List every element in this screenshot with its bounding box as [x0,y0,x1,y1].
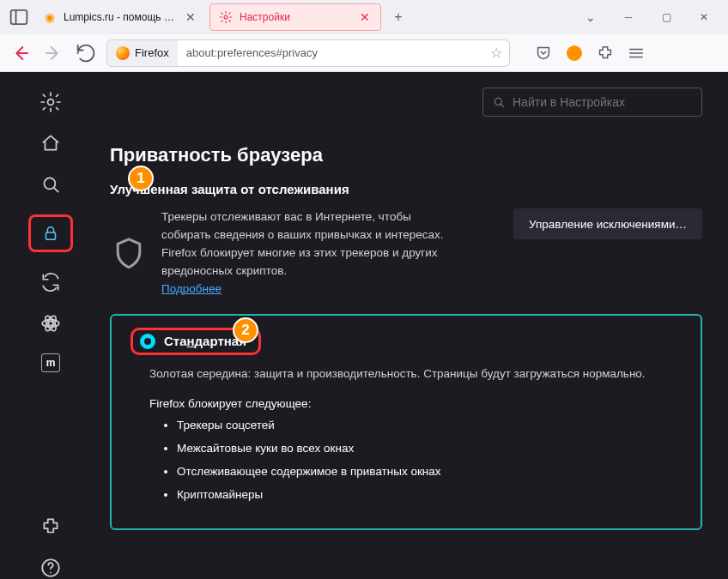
tab-title: Lumpics.ru - помощь с компь [64,11,177,23]
firefox-icon [116,46,130,60]
experiments-icon[interactable] [39,312,62,335]
tab-lumpics[interactable]: ◉ Lumpics.ru - помощь с компь ✕ [34,3,206,31]
svg-point-3 [48,100,54,106]
reload-button[interactable] [74,41,98,65]
gear-icon[interactable] [39,91,62,113]
forward-button[interactable] [41,41,65,65]
manage-exceptions-button[interactable]: Управление исключениями… [513,208,702,239]
bookmark-star-icon[interactable]: ☆ [490,45,502,61]
svg-point-6 [48,321,52,325]
blocks-list: Трекеры соцсетей Межсайтовые куки во все… [177,419,683,501]
url-bar[interactable]: Firefox about:preferences#privacy ☆ [106,39,510,67]
identity-label: Firefox [135,46,169,59]
maximize-button[interactable]: ▢ [649,3,683,31]
new-tab-button[interactable]: + [385,3,412,31]
mozilla-icon[interactable]: m [41,353,60,372]
menu-icon[interactable] [627,44,646,63]
close-icon[interactable]: ✕ [184,10,197,24]
toolbar: Firefox about:preferences#privacy ☆ [0,34,728,72]
section-title: Улучшенная защита от отслеживания [110,182,702,196]
gear-icon [219,10,233,24]
lock-icon[interactable] [28,214,73,252]
account-icon[interactable] [565,44,584,63]
settings-main-panel: 1 Приватность браузера Улучшенная защита… [101,72,728,579]
home-icon[interactable] [39,132,62,154]
protection-option-standard[interactable]: 2 Стандартная Золотая середина: защита и… [110,314,702,530]
settings-search[interactable] [482,87,702,117]
titlebar: ◉ Lumpics.ru - помощь с компь ✕ Настройк… [0,0,728,34]
sync-icon[interactable] [39,271,62,293]
help-icon[interactable] [39,557,62,579]
settings-search-input[interactable] [513,95,693,109]
list-item: Отслеживающее содержимое в приватных окн… [177,465,683,478]
list-item: Криптомайнеры [177,488,683,501]
identity-box[interactable]: Firefox [107,40,178,66]
radio-selected-icon[interactable] [140,334,155,349]
tabs-dropdown-icon[interactable]: ⌄ [573,3,608,31]
tracking-description: Трекеры отслеживают вас в Интернете, что… [161,208,453,299]
svg-rect-0 [11,10,27,24]
svg-point-11 [494,98,501,105]
callout-marker-2: 2 [233,317,258,343]
shield-icon [110,208,148,299]
option-description: Золотая середина: защита и производитель… [149,365,683,383]
extensions-icon[interactable] [596,44,615,63]
addons-icon[interactable] [39,516,62,538]
close-icon[interactable]: ✕ [358,10,372,24]
blocks-header: Firefox блокирует следующее: [149,397,683,410]
close-button[interactable]: ✕ [687,3,721,31]
tab-title: Настройки [240,11,351,23]
learn-more-link[interactable]: Подробнее [161,282,221,295]
callout-marker-1: 1 [128,166,154,191]
search-category-icon[interactable] [39,173,62,196]
sidebar-toggle-icon[interactable] [7,5,31,29]
list-item: Межсайтовые куки во всех окнах [177,442,683,455]
settings-content: m 1 Приватность браузера Улучшенная защи… [0,72,728,579]
svg-point-2 [224,15,228,19]
svg-rect-5 [46,232,56,239]
list-item: Трекеры соцсетей [177,419,683,431]
tab-favicon: ◉ [43,10,57,24]
page-title: Приватность браузера [110,117,702,166]
tracking-intro: Трекеры отслеживают вас в Интернете, что… [110,208,702,299]
pocket-icon[interactable] [534,44,553,63]
settings-sidebar: m [0,72,101,579]
minimize-button[interactable]: ─ [611,3,646,31]
back-button[interactable] [9,41,33,65]
tab-settings[interactable]: Настройки ✕ [209,3,381,31]
url-text: about:preferences#privacy [178,46,326,59]
svg-point-4 [44,178,55,189]
